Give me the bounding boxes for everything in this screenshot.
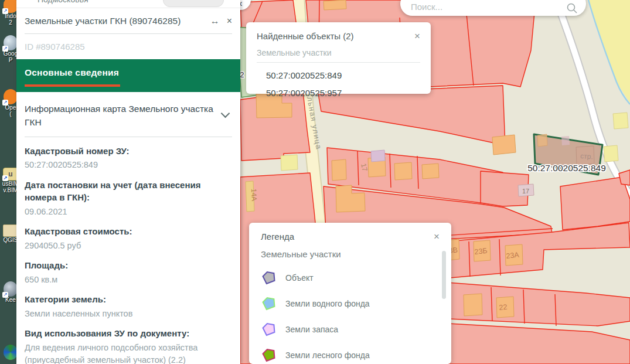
legend-swatch-water	[261, 297, 276, 311]
desktop-icon-google-earth[interactable]: ↗ Goog P	[1, 35, 16, 63]
icon-label: P	[1, 57, 16, 63]
legend-swatch-reserve	[261, 322, 276, 336]
card-header[interactable]: Информационная карта Земельного участка …	[25, 92, 232, 137]
legend-scrollbar[interactable]	[442, 251, 446, 299]
usbim-icon: u↗	[3, 168, 16, 181]
desktop-icon-usbim[interactable]: u↗ usBIM v.BIM	[1, 168, 16, 193]
search-icon[interactable]	[566, 2, 578, 14]
legend-item: Земли водного фонда	[261, 297, 440, 311]
parcel[interactable]	[560, 177, 630, 230]
field-value: 50:27:0020525:849	[25, 159, 232, 171]
openstreetmap-icon: ↗	[4, 89, 16, 104]
shortcut-arrow-icon: ↗	[2, 292, 8, 298]
found-object-item[interactable]: 50:27:0020525:849	[257, 70, 420, 80]
shortcut-arrow-icon: ↗	[2, 175, 8, 181]
legend-title: Легенда	[261, 232, 294, 241]
desktop-icon-globe[interactable]	[1, 345, 16, 360]
chevron-down-icon[interactable]	[221, 109, 230, 118]
legend-item: Земли лесного фонда	[261, 348, 440, 362]
keepass-icon: ↗	[4, 281, 16, 297]
resize-icon[interactable]: ↔	[210, 16, 220, 26]
indoor-app-icon: ↗	[4, 0, 16, 13]
field-cadastral-value: Кадастровая стоимость: 2904050.5 руб	[25, 225, 232, 251]
qgis-folder-icon	[3, 224, 16, 237]
topbar-toggle[interactable]	[163, 0, 224, 7]
desktop-icon-openstreetmap[interactable]: ↗ Ope (	[1, 89, 16, 117]
object-id: ID #890746285	[16, 34, 240, 59]
field-value: Земли населенных пунктов	[25, 308, 232, 319]
field-cadastral-number: Кадастровый номер ЗУ: 50:27:0020525:849	[25, 145, 232, 171]
house-number-14a: 14А	[250, 189, 258, 202]
legend-swatch-object	[261, 271, 276, 285]
field-value: 09.06.2021	[25, 206, 232, 217]
map-search-bar	[400, 0, 586, 16]
sidebar-topbar: Подмосковья	[16, 0, 240, 8]
desktop-strip: ↗ Indo 2 ↗ Goog P ↗ Ope ( u↗ usBIM v.BIM…	[0, 0, 16, 364]
building-lavender	[371, 150, 385, 162]
field-label: Вид использования ЗУ по документу:	[25, 327, 232, 340]
found-objects-title: Найденные объекты (2)	[257, 31, 354, 41]
field-label: Категории земель:	[25, 293, 232, 306]
tab-main-info[interactable]: Основные сведения	[16, 59, 240, 92]
shortcut-arrow-icon: ↗	[2, 8, 8, 14]
field-label: Кадастровая стоимость:	[25, 225, 232, 238]
field-area: Площадь: 650 кв.м	[25, 259, 232, 285]
legend-item-label: Земли водного фонда	[285, 299, 370, 308]
desktop-icon-qgis[interactable]: QGIS	[1, 222, 16, 243]
google-earth-icon: ↗	[4, 35, 16, 50]
found-object-item[interactable]: 50:27:0020525:957	[257, 88, 420, 98]
field-land-category: Категории земель: Земли населенных пункт…	[25, 293, 232, 319]
field-usage-type: Вид использования ЗУ по документу: Для в…	[25, 327, 232, 364]
house-number-23a: 23А	[506, 251, 520, 260]
house-number-23b: 23Б	[474, 247, 488, 256]
field-label: Площадь:	[25, 259, 232, 272]
house-number-22: 22	[499, 303, 508, 312]
icon-label: (	[1, 111, 16, 117]
legend-panel: Легенда × Земельные участки Объект Земли…	[249, 223, 451, 364]
legend-group: Земельные участки	[261, 249, 440, 259]
selected-parcel-label: 50:27:0020525:849	[527, 163, 606, 173]
desktop-icon-indoor[interactable]: ↗ Indo 2	[1, 0, 16, 26]
field-value: 650 кв.м	[25, 274, 232, 285]
tab-label: Основные сведения	[25, 67, 232, 78]
region-label: Подмосковья	[38, 0, 88, 4]
close-icon[interactable]: ×	[227, 16, 232, 26]
close-icon[interactable]: ×	[434, 232, 440, 241]
card-title: Информационная карта Земельного участка …	[25, 102, 216, 130]
legend-item: Земли запаса	[261, 322, 440, 336]
shortcut-arrow-icon: ↗	[2, 100, 8, 106]
found-objects-panel: Найденные объекты (2) × Земельные участк…	[246, 22, 431, 94]
close-icon[interactable]: ×	[414, 31, 420, 41]
icon-label: 2	[1, 19, 16, 26]
field-label: Дата постановки на учет (дата внесения н…	[25, 179, 232, 205]
building-in-selected	[561, 136, 570, 145]
legend-swatch-forest	[261, 348, 276, 362]
panel-title: Земельные участки ГКН (890746285)	[25, 16, 203, 26]
field-value: 2904050.5 руб	[25, 240, 232, 251]
legend-item-label: Земли лесного фонда	[285, 351, 370, 360]
icon-label: QGIS	[1, 237, 16, 243]
search-input[interactable]	[410, 0, 566, 14]
sidebar-content: Информационная карта Земельного участка …	[16, 92, 240, 364]
house-number-17-box: 17	[522, 188, 529, 195]
field-registration-date: Дата постановки на учет (дата внесения н…	[25, 179, 232, 218]
tab-active-underline	[25, 84, 120, 87]
panel-header: Земельные участки ГКН (890746285) ↔ ×	[25, 8, 232, 34]
legend-item-label: Объект	[285, 273, 314, 283]
globe-icon	[4, 345, 16, 360]
icon-label: usBIM	[1, 181, 16, 187]
building-str-label: стр.	[580, 152, 593, 161]
legend-item: Объект	[261, 271, 440, 285]
field-label: Кадастровый номер ЗУ:	[25, 145, 232, 158]
found-objects-group: Земельные участки	[257, 48, 420, 63]
building-in-selected	[537, 134, 547, 147]
info-sidebar: Подмосковья Земельные участки ГКН (89074…	[16, 0, 240, 364]
icon-label: v.BIM	[1, 187, 16, 193]
desktop-icon-keepass[interactable]: ↗ Kee	[1, 281, 16, 303]
field-value: Для ведения личного подсобного хозяйства…	[25, 342, 232, 364]
shortcut-arrow-icon: ↗	[2, 46, 8, 52]
legend-item-label: Земли запаса	[285, 325, 338, 334]
